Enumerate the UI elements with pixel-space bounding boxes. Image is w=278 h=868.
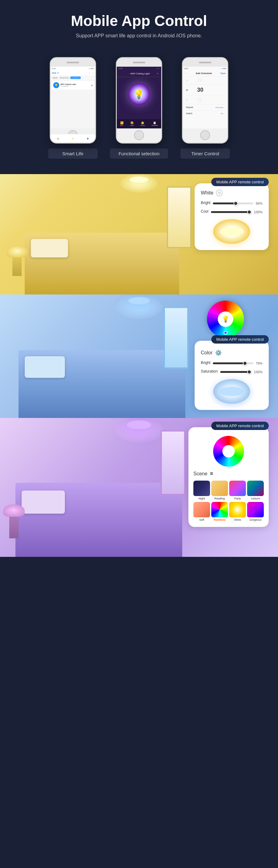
func-icon-wifi[interactable]: 📶 WiFi <box>120 121 123 126</box>
white-room-bg: Mobile APP remote control White Bright <box>0 174 278 294</box>
timer-time: 13:51 <box>184 68 188 69</box>
main-heading: Mobile App Control <box>19 12 259 29</box>
func-edit-icon[interactable]: ✏ <box>157 72 159 75</box>
device-toggle[interactable]: ⚙ <box>91 84 93 87</box>
saturation-thumb[interactable] <box>247 370 251 374</box>
func-back[interactable]: ← <box>128 72 130 75</box>
timer-save-btn[interactable]: Save <box>221 72 225 74</box>
scene-thumb-rainbow <box>211 502 228 517</box>
bright-track-color <box>213 362 253 364</box>
scene-name-shine: Shine <box>229 518 246 522</box>
scene-item-shine[interactable]: Shine <box>229 502 246 522</box>
phone-top-bar-timer <box>183 58 227 67</box>
scene-color-wheel-wrap[interactable] <box>193 436 264 467</box>
window-warm <box>167 186 192 248</box>
scene-color-wheel[interactable] <box>213 436 244 467</box>
scene-item-leisure[interactable]: Leisure <box>247 480 264 501</box>
scene-item-gorgeous[interactable]: Gorgeous <box>247 502 264 522</box>
tab-more: ··· <box>81 76 82 79</box>
scene-item-soft[interactable]: Soft <box>193 502 210 522</box>
scene-item-reading[interactable]: Reading <box>211 480 228 501</box>
timer-div4 <box>186 110 224 111</box>
smart-tabs: default Dining Room Living Room ··· <box>51 76 95 80</box>
timer-back[interactable]: ← <box>185 72 187 74</box>
nav-more: ⋯ <box>92 72 94 74</box>
timer-row-06: 06 29 <box>183 76 227 84</box>
smart-nav: SOS ▼ ＋ ⋯ <box>51 70 95 76</box>
scene-item-night[interactable]: Night <box>193 480 210 501</box>
scene-color-wheel-inner <box>222 445 235 458</box>
func-header: ← WiFi Ceiling Light ✏ <box>117 70 161 77</box>
phone-home-button-timer[interactable] <box>200 130 210 140</box>
phone-mockup-timer: 13:51 ▪ ▪ 65% ← Add Schedule Save 06 29 … <box>182 57 228 144</box>
color-mode-row: Color ⚙️ <box>201 349 262 356</box>
saturation-fill <box>220 371 251 373</box>
scene-thumb-shine <box>229 502 246 517</box>
nav-add: ＋ <box>88 72 90 75</box>
func-light-circle[interactable]: 💡 <box>128 83 150 105</box>
scene-item-party[interactable]: Party <box>229 480 246 501</box>
phone-screen-timer: 13:51 ▪ ▪ 65% ← Add Schedule Save 06 29 … <box>183 67 227 128</box>
func-icon-color[interactable]: 🎨 Color <box>130 121 134 126</box>
scene-mode-section: Mobile APP remote control Scene ≡ Night <box>0 418 278 557</box>
white-remote-label: Mobile APP remote control <box>211 178 269 186</box>
timer-value-30: 30 <box>197 87 203 93</box>
timer-switch-value: On › <box>221 113 225 115</box>
white-mode-circle[interactable] <box>216 189 223 196</box>
func-icon-schedule[interactable]: ⏰ Schedule <box>151 121 158 126</box>
color-room-bg: 💡 Mobile APP remote control Color ⚙️ Bri… <box>0 294 278 418</box>
tab-dining[interactable]: Dining Room <box>59 76 70 79</box>
cool-label: Cool <box>201 209 208 214</box>
bright-slider-color[interactable] <box>213 362 253 364</box>
scene-item-rainbow[interactable]: Rainbow <box>211 502 228 522</box>
timer-value-29: 29 <box>197 78 202 83</box>
phone-label-smart: Smart Life <box>48 149 98 159</box>
scene-grid-row1: Night Reading Party Leisure <box>193 480 264 501</box>
timer-row-07: 07 30 <box>183 86 227 94</box>
device-info: WiFi Ceiling Light TurnerOff <box>60 83 76 87</box>
scene-thumb-reading <box>211 480 228 496</box>
phone-screen-func: 11:00 ▪ ▪ ▪ ← WiFi Ceiling Light ✏ 💡 📶 W… <box>117 67 161 128</box>
scene-thumb-night <box>193 480 210 496</box>
ceiling-fixture-warm <box>130 177 148 183</box>
phone-label-timer: Timer Control <box>180 149 230 159</box>
color-wheel-container[interactable]: 💡 <box>207 301 244 338</box>
bright-value-color: 79% <box>256 362 262 365</box>
bright-track-white <box>213 203 253 204</box>
timer-label-08: 08 <box>186 99 191 101</box>
color-remote-card: Mobile APP remote control Color ⚙️ Brigh… <box>195 341 269 410</box>
tab-living[interactable]: Living Room <box>71 76 81 79</box>
bright-label-white: Bright <box>201 200 210 205</box>
white-mode-row: White <box>201 189 262 196</box>
scene-list-icon: ≡ <box>210 470 213 477</box>
saturation-label: Saturation <box>201 369 218 373</box>
saturation-slider-inner: Saturation 100% <box>201 369 262 375</box>
color-wheel-dot[interactable] <box>224 331 227 335</box>
timer-div3 <box>186 104 224 104</box>
scene-name-party: Party <box>229 497 246 501</box>
scene-label-row: Scene ≡ <box>193 470 264 477</box>
scene-name-leisure: Leisure <box>247 497 264 501</box>
phone-label-func: Functional selection <box>110 149 168 159</box>
phones-section: 11:21 ▪ ▪ 51% SOS ▼ ＋ ⋯ default Dining R… <box>0 48 278 174</box>
func-icon-scene[interactable]: 🌟 Scene <box>141 121 145 126</box>
tab-default[interactable]: default <box>52 76 58 79</box>
title-section: Mobile App Control Support APP smart lif… <box>0 0 278 48</box>
window-purple <box>161 430 185 495</box>
color-mode-section: 💡 Mobile APP remote control Color ⚙️ Bri… <box>0 294 278 418</box>
nav-sos: SOS ▼ <box>52 72 59 74</box>
cool-slider[interactable] <box>211 211 251 213</box>
timer-header: ← Add Schedule Save <box>183 70 227 76</box>
color-remote-label: Mobile APP remote control <box>211 335 269 344</box>
phone-home-button-func[interactable] <box>134 130 144 140</box>
saturation-slider[interactable] <box>220 371 251 373</box>
bright-thumb-color[interactable] <box>243 361 247 366</box>
scene-room-bg: Mobile APP remote control Scene ≡ Night <box>0 418 278 557</box>
white-mode-label: White <box>201 190 214 196</box>
cool-thumb[interactable] <box>247 210 251 214</box>
pillow-warm <box>31 239 68 257</box>
timer-label-07: 07 <box>186 89 191 91</box>
bright-thumb-white[interactable] <box>233 201 238 206</box>
bright-slider-white[interactable] <box>213 203 253 204</box>
color-wheel[interactable]: 💡 <box>207 301 244 338</box>
